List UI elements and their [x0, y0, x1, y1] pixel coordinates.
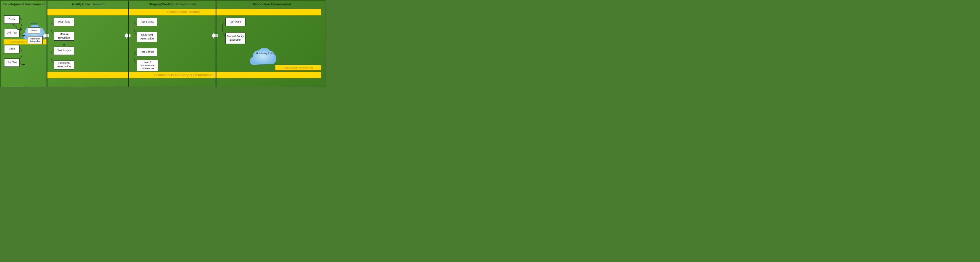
dev-build-box: Build: [28, 27, 40, 34]
staging-testscripts1-box: Test Scripts: [137, 18, 157, 26]
continuous-delivery-banner: Continuous Delivery & Deployment: [46, 72, 321, 78]
dev-integration-box: Integration Automation: [28, 36, 43, 44]
testqa-section-label: Test/QA Environment: [48, 2, 128, 6]
svg-marker-1: [124, 33, 130, 38]
monitoring-tools-label: Monitoring Tools: [256, 52, 273, 54]
prod-section-label: Production Environment: [217, 2, 326, 6]
main-diagram: Development Environment Test/QA Environm…: [0, 0, 326, 87]
staging-section-label: Staging/Pre-Prod Environment: [130, 2, 216, 6]
testqa-manual-box: Manual Execution: [54, 32, 74, 41]
continuous-monitoring-banner: Continuous Monitoring: [275, 65, 321, 70]
dev-unittest1-box: Unit Test: [4, 29, 19, 37]
continuous-testing-banner: Continuous Testing: [46, 9, 321, 16]
prod-testplans-box: Test Plans: [225, 18, 245, 26]
svg-marker-2: [212, 33, 218, 38]
dev-code1-box: Code: [4, 16, 19, 24]
staging-testscripts2-box: Test Scripts: [137, 48, 157, 56]
monitoring-cloud: Monitoring Tools: [250, 45, 279, 70]
staging-soak-box: Soak Test Automation: [137, 32, 157, 42]
dev-unittest2-box: Unit Test: [4, 58, 19, 67]
staging-load-box: Load & Performance Automation: [137, 60, 158, 71]
testqa-functional-box: Functional Automation: [54, 61, 74, 69]
prod-manual-box: Manual Sanity Execution: [225, 33, 245, 44]
dev-code2-box: Code: [4, 45, 19, 53]
repo-label: Repo: [31, 22, 37, 25]
testqa-testscripts-box: Test Scripts: [54, 46, 74, 55]
divider-3: [216, 1, 216, 87]
divider-2: [128, 1, 129, 87]
repo-cloud: Repo Build Integration Automation: [22, 20, 46, 46]
dev-section-label: Development Environment: [2, 2, 46, 6]
testqa-testplans-box: Test Plans: [54, 18, 74, 26]
divider-1: [46, 1, 48, 87]
